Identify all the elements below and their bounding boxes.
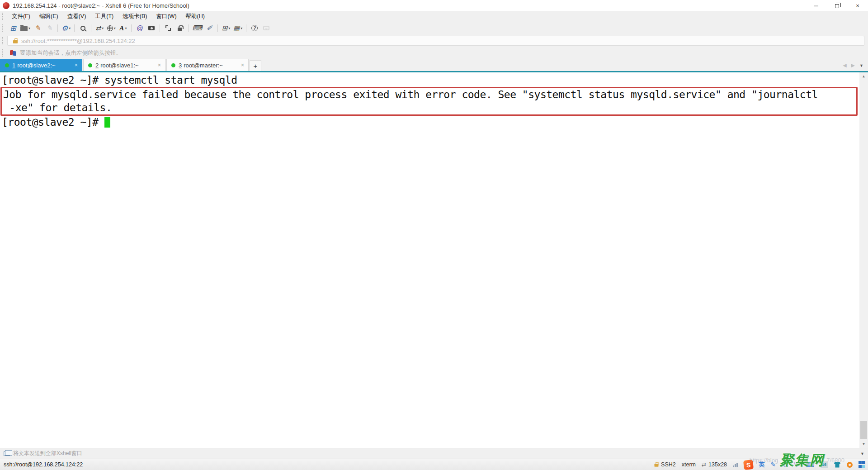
menu-window[interactable]: 窗口(W)	[151, 11, 181, 22]
ime-emoji-icon[interactable]: ☺	[782, 461, 788, 468]
full-screen-icon[interactable]	[163, 23, 173, 33]
new-window-icon[interactable]: ▾	[221, 23, 231, 33]
toolbar-separator	[131, 24, 132, 32]
window-controls: ─ ×	[806, 0, 868, 11]
tab-scroll-right-icon[interactable]: ▶	[851, 62, 855, 68]
scrollbar-thumb[interactable]	[860, 421, 867, 439]
add-session-flag-icon[interactable]	[10, 50, 16, 56]
status-right-cluster: SSH2 xterm ⇄ 135x28 S 英 ✎ ☺ Ψ ⌨ 16	[654, 460, 865, 470]
tab-close-icon[interactable]: ×	[240, 62, 245, 68]
screen-capture-icon[interactable]	[146, 23, 156, 33]
compose-placeholder[interactable]: 将文本发送到全部Xshell窗口	[13, 450, 82, 457]
close-button[interactable]: ×	[847, 0, 868, 11]
screen-size-status: ⇄ 135x28	[702, 461, 727, 468]
session-connected-icon	[88, 63, 92, 67]
scroll-up-icon[interactable]: ▲	[859, 72, 868, 80]
address-bar: ssh://root:*************@192.168.254.124…	[0, 34, 868, 47]
protocol-label: SSH2	[661, 461, 676, 468]
toolbar-grip[interactable]	[2, 49, 5, 57]
scroll-down-icon[interactable]: ▼	[859, 440, 868, 448]
terminal-prompt: [root@slave2 ~]#	[2, 116, 104, 128]
menu-tabs[interactable]: 选项卡(B)	[118, 11, 151, 22]
terminal-command-line: [root@slave2 ~]# systemctl start mysqld	[2, 74, 868, 87]
ime-skin-icon[interactable]	[834, 462, 841, 468]
menu-help[interactable]: 帮助(H)	[181, 11, 209, 22]
sogou-ime-logo-icon[interactable]: S	[743, 459, 754, 470]
info-bar: 要添加当前会话，点击左侧的箭头按钮。	[0, 47, 868, 59]
tab-close-icon[interactable]: ×	[156, 62, 162, 68]
tile-windows-icon[interactable]: ▾	[233, 23, 243, 33]
encryption-lock-icon	[655, 464, 659, 466]
menu-file[interactable]: 文件(F)	[7, 11, 35, 22]
address-input[interactable]: ssh://root:*************@192.168.254.124…	[7, 36, 864, 46]
ime-toolbox-grid-icon[interactable]	[859, 461, 866, 468]
secure-lock-icon	[13, 40, 18, 43]
terminal-area[interactable]: [root@slave2 ~]# systemctl start mysqld …	[0, 72, 868, 448]
toolbar-grip[interactable]	[2, 24, 5, 32]
terminal-scrollbar[interactable]: ▲ ▼	[859, 72, 868, 448]
send-to-all-windows-icon[interactable]	[4, 451, 10, 456]
tab-root-master[interactable]: 3 root@master:~ ×	[166, 59, 249, 71]
toolbar-separator	[160, 24, 160, 32]
zmodem-icon[interactable]	[135, 23, 145, 33]
tab-list-caret-icon[interactable]: ▼	[859, 63, 863, 68]
soft-keyboard-icon[interactable]	[192, 23, 203, 33]
info-message: 要添加当前会话，点击左侧的箭头按钮。	[20, 49, 122, 57]
toolbar: ▾ ▾ ▾ ▾ ▾ ▾ ▾	[0, 22, 868, 34]
ime-keyboard-icon[interactable]: ⌨	[805, 461, 814, 468]
file-transfer-icon[interactable]: ▾	[94, 23, 104, 33]
toolbar-separator	[217, 24, 218, 32]
reconnect-icon[interactable]	[33, 23, 42, 33]
terminal-prompt-line: [root@slave2 ~]#	[2, 116, 868, 129]
menu-view[interactable]: 查看(V)	[63, 11, 91, 22]
minimize-button[interactable]: ─	[806, 0, 826, 11]
web-browser-icon[interactable]: ▾	[106, 23, 116, 33]
compose-pane-icon[interactable]	[204, 23, 214, 33]
help-icon[interactable]	[250, 23, 259, 33]
resize-icon: ⇄	[702, 461, 706, 468]
menu-bar: 文件(F) 编辑(E) 查看(V) 工具(T) 选项卡(B) 窗口(W) 帮助(…	[0, 11, 868, 22]
open-session-folder-icon[interactable]: ▾	[20, 23, 31, 33]
new-tab-button[interactable]: +	[250, 60, 261, 71]
restore-button[interactable]	[826, 0, 847, 11]
tab-scroll-left-icon[interactable]: ◀	[843, 62, 846, 68]
protocol-status: SSH2	[654, 461, 676, 468]
session-properties-icon[interactable]: ▾	[61, 23, 71, 33]
window-title: 192.168.254.124 - root@slave2:~ - Xshell…	[13, 2, 189, 9]
find-icon[interactable]	[78, 23, 88, 33]
new-session-icon[interactable]	[8, 23, 18, 33]
address-value: ssh://root:*************@192.168.254.124…	[21, 38, 135, 44]
terminal-cursor	[104, 117, 110, 128]
ime-mic-icon[interactable]: Ψ	[794, 461, 800, 468]
ime-badge-16[interactable]: 16	[821, 461, 828, 468]
ime-orange-dot-icon[interactable]	[847, 462, 853, 468]
lock-screen-icon[interactable]	[175, 23, 185, 33]
toolbar-separator	[246, 24, 246, 32]
ime-pen-icon[interactable]: ✎	[771, 461, 776, 468]
tab-label: root@slave1:~	[100, 62, 154, 69]
terminal-error-line: -xe" for details.	[3, 101, 856, 114]
activity-indicator-icon	[733, 462, 738, 467]
connection-status-text: ssh://root@192.168.254.124:22	[4, 461, 83, 468]
tab-root-slave2[interactable]: 1 root@slave2:~ ×	[0, 59, 82, 71]
session-connected-icon	[171, 63, 175, 67]
menu-tools[interactable]: 工具(T)	[90, 11, 118, 22]
toolbar-grip[interactable]	[2, 37, 5, 44]
tab-close-icon[interactable]: ×	[73, 62, 79, 68]
toolbar-grip[interactable]	[2, 13, 5, 20]
screen-size-label: 135x28	[708, 461, 727, 468]
compose-bar: 将文本发送到全部Xshell窗口 ▼	[0, 448, 868, 459]
toolbar-separator	[188, 24, 189, 32]
menu-edit[interactable]: 编辑(E)	[35, 11, 63, 22]
tab-number: 1	[12, 62, 15, 69]
xshell-window: 192.168.254.124 - root@slave2:~ - Xshell…	[0, 0, 868, 470]
font-icon[interactable]: ▾	[118, 23, 128, 33]
tab-number: 2	[95, 62, 99, 69]
ime-language-toggle[interactable]: 英	[759, 461, 765, 469]
restore-icon	[835, 4, 839, 8]
compose-options-caret-icon[interactable]: ▼	[860, 451, 865, 456]
status-bar: ssh://root@192.168.254.124:22 SSH2 xterm…	[0, 459, 868, 470]
error-highlight-box: Job for mysqld.service failed because th…	[0, 87, 858, 116]
tab-root-slave1[interactable]: 2 root@slave1:~ ×	[83, 59, 165, 71]
tab-label: root@master:~	[184, 62, 237, 69]
